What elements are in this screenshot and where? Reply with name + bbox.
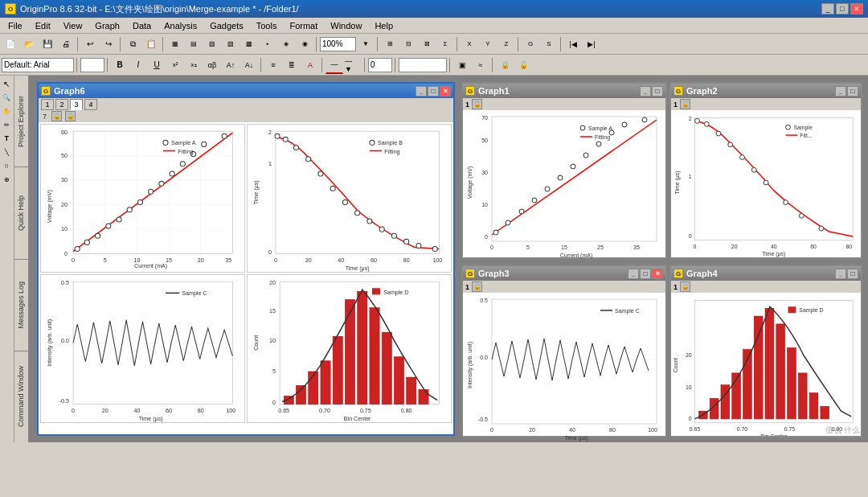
tb-open[interactable]: 📂 — [20, 35, 38, 53]
graph3-close[interactable]: ✕ — [652, 269, 663, 279]
graph1-lock[interactable]: 🔒 — [472, 99, 482, 109]
graph4-titlebar[interactable]: G Graph4 _ □ — [671, 266, 861, 281]
lock-icon-2[interactable]: 🔒 — [65, 111, 76, 121]
tb-copy[interactable]: ⧉ — [124, 35, 141, 53]
graph1-minimize[interactable]: _ — [640, 86, 651, 97]
graph6-tab1[interactable]: 1 — [41, 99, 54, 110]
menu-tools[interactable]: Tools — [250, 19, 284, 32]
graph1-maximize[interactable]: □ — [652, 86, 663, 97]
tb-zoom-drop[interactable]: ▼ — [357, 35, 375, 53]
tb-icon10[interactable]: |◀ — [564, 35, 582, 53]
graph3-maximize[interactable]: □ — [640, 269, 651, 279]
tb-plot8[interactable]: ◉ — [296, 35, 313, 53]
tb-bold[interactable]: B — [111, 56, 129, 74]
graph2-titlebar[interactable]: G Graph2 _ □ — [671, 84, 861, 98]
tb-icon7[interactable]: Z — [497, 35, 515, 53]
menu-format[interactable]: Format — [283, 19, 324, 32]
tb-new[interactable]: 📄 — [2, 35, 19, 53]
tb-unlock[interactable]: 🔓 — [514, 56, 532, 74]
tb-plot2[interactable]: ▤ — [185, 35, 203, 53]
graph2-maximize[interactable]: □ — [847, 86, 858, 97]
graph4-minimize[interactable]: _ — [835, 269, 846, 279]
tool-pan[interactable]: ✋ — [0, 105, 13, 117]
tool-text[interactable]: T — [0, 132, 13, 145]
font-name-input[interactable] — [2, 58, 74, 72]
menu-analysis[interactable]: Analysis — [158, 19, 203, 32]
graph4-maximize[interactable]: □ — [847, 269, 858, 279]
tb-plot7[interactable]: ◈ — [277, 35, 295, 53]
tb-text-size-dn[interactable]: A↓ — [240, 56, 258, 74]
font-size-input[interactable]: 0 — [80, 58, 104, 72]
menu-data[interactable]: Data — [126, 19, 158, 32]
graph6-titlebar[interactable]: G Graph6 _ □ ✕ — [39, 84, 453, 98]
graph6-minimize[interactable]: _ — [416, 86, 427, 97]
tb-subscript[interactable]: x₂ — [185, 56, 203, 74]
tb-print[interactable]: 🖨 — [57, 35, 75, 53]
minimize-button[interactable]: _ — [821, 3, 834, 14]
tb-plot5[interactable]: ▩ — [240, 35, 258, 53]
graph4-lock[interactable]: 🔒 — [680, 281, 690, 292]
tb-paste[interactable]: 📋 — [142, 35, 160, 53]
menu-help[interactable]: Help — [368, 19, 399, 32]
tb-plot3[interactable]: ▧ — [203, 35, 221, 53]
tb-icon9[interactable]: S — [540, 35, 558, 53]
menu-view[interactable]: View — [57, 19, 89, 32]
tb-plot4[interactable]: ▨ — [222, 35, 240, 53]
tb-align-center[interactable]: ≣ — [283, 56, 301, 74]
tb-icon8[interactable]: G — [522, 35, 539, 53]
tb-undo[interactable]: ↩ — [81, 35, 99, 53]
menu-window[interactable]: Window — [324, 19, 368, 32]
tb-underline[interactable]: U — [148, 56, 166, 74]
tb-line-width[interactable]: ≈ — [472, 56, 489, 74]
tb-redo[interactable]: ↪ — [100, 35, 117, 53]
value-input[interactable] — [368, 58, 392, 72]
menu-graph[interactable]: Graph — [88, 19, 126, 32]
panel-messages-log[interactable]: Messages Log — [14, 260, 28, 351]
menu-gadgets[interactable]: Gadgets — [203, 19, 250, 32]
graph2-lock[interactable]: 🔒 — [680, 99, 690, 109]
tb-fill-color[interactable]: ▣ — [453, 56, 471, 74]
tb-icon4[interactable]: Σ — [436, 35, 454, 53]
graph6-close[interactable]: ✕ — [440, 86, 451, 97]
tool-draw[interactable]: ✏ — [0, 118, 13, 131]
graph3-lock[interactable]: 🔒 — [472, 281, 482, 292]
tb-icon1[interactable]: ⊞ — [381, 35, 399, 53]
graph6-tab3[interactable]: 3 — [70, 99, 83, 110]
tb-icon11[interactable]: ▶| — [583, 35, 600, 53]
tb-greek[interactable]: αβ — [203, 56, 221, 74]
tb-plot1[interactable]: ▦ — [166, 35, 184, 53]
tool-circle[interactable]: ○ — [0, 159, 13, 172]
tb-italic[interactable]: I — [129, 56, 147, 74]
tb-align-left[interactable]: ≡ — [264, 56, 282, 74]
tb-icon3[interactable]: ⊠ — [418, 35, 436, 53]
graph3-titlebar[interactable]: G Graph3 _ □ ✕ — [463, 266, 665, 281]
graph6-maximize[interactable]: □ — [428, 86, 439, 97]
graph1-titlebar[interactable]: G Graph1 _ □ — [463, 84, 665, 98]
lock-icon-1[interactable]: 🔒 — [51, 111, 62, 121]
panel-command-window[interactable]: Command Window — [14, 351, 28, 442]
menu-edit[interactable]: Edit — [29, 19, 57, 32]
tb-save[interactable]: 💾 — [39, 35, 56, 53]
tb-plot6[interactable]: ▪ — [259, 35, 276, 53]
graph2-minimize[interactable]: _ — [835, 86, 846, 97]
color-input[interactable] — [399, 58, 447, 72]
tb-lock[interactable]: 🔒 — [496, 56, 514, 74]
tb-text-size-up[interactable]: A↑ — [222, 56, 240, 74]
tool-zoom[interactable]: 🔍 — [0, 91, 13, 104]
tb-icon5[interactable]: X — [461, 35, 478, 53]
tb-icon2[interactable]: ⊟ — [399, 35, 417, 53]
tb-line-style[interactable]: — ▼ — [344, 56, 362, 74]
tool-line[interactable]: ╲ — [0, 146, 13, 158]
panel-project-explorer[interactable]: Project Explorer — [14, 76, 28, 167]
graph6-tab2[interactable]: 2 — [55, 99, 68, 110]
graph3-minimize[interactable]: _ — [628, 269, 639, 279]
zoom-input[interactable]: 100% — [320, 37, 356, 51]
tb-line-color[interactable]: — — [326, 56, 343, 74]
tb-superscript[interactable]: x² — [166, 56, 184, 74]
tb-font-color[interactable]: A — [301, 56, 319, 74]
graph6-tab4[interactable]: 4 — [84, 99, 97, 110]
close-button[interactable]: ✕ — [850, 3, 863, 14]
menu-file[interactable]: File — [2, 19, 29, 32]
tb-icon6[interactable]: Y — [479, 35, 497, 53]
maximize-button[interactable]: □ — [836, 3, 849, 14]
